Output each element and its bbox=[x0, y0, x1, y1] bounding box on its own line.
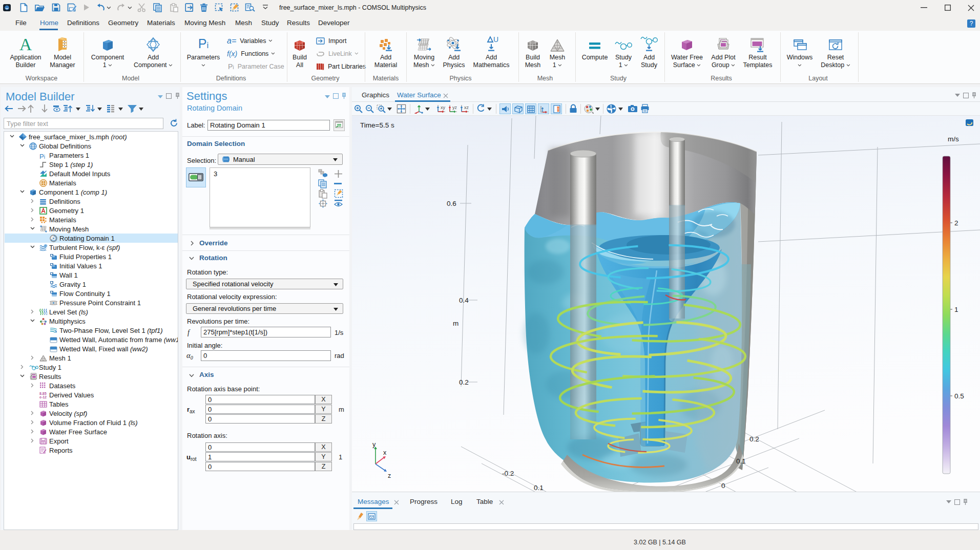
svg-text:0.2: 0.2 bbox=[749, 435, 759, 443]
svg-text:x: x bbox=[383, 449, 387, 456]
svg-text:m/s: m/s bbox=[948, 135, 959, 143]
svg-text:z: z bbox=[388, 472, 391, 479]
svg-text:y: y bbox=[372, 441, 376, 448]
svg-text:0.2: 0.2 bbox=[459, 378, 469, 386]
svg-text:0.1: 0.1 bbox=[534, 484, 544, 492]
svg-text:2: 2 bbox=[954, 219, 958, 227]
svg-text:xz: xz bbox=[464, 105, 469, 110]
svg-text:U: U bbox=[493, 36, 498, 44]
svg-text:m: m bbox=[453, 320, 458, 327]
svg-text:1: 1 bbox=[954, 306, 958, 313]
svg-text:0.6: 0.6 bbox=[447, 200, 456, 207]
svg-text:xy: xy bbox=[441, 105, 446, 110]
svg-text:0.1: 0.1 bbox=[736, 457, 746, 465]
svg-text:Time=5.5 s: Time=5.5 s bbox=[360, 121, 394, 129]
svg-text:-0.2: -0.2 bbox=[502, 470, 514, 477]
svg-text:yz: yz bbox=[452, 105, 457, 110]
svg-text:0.5: 0.5 bbox=[954, 392, 964, 400]
svg-text:0: 0 bbox=[721, 482, 725, 490]
svg-text:0.4: 0.4 bbox=[459, 297, 469, 304]
